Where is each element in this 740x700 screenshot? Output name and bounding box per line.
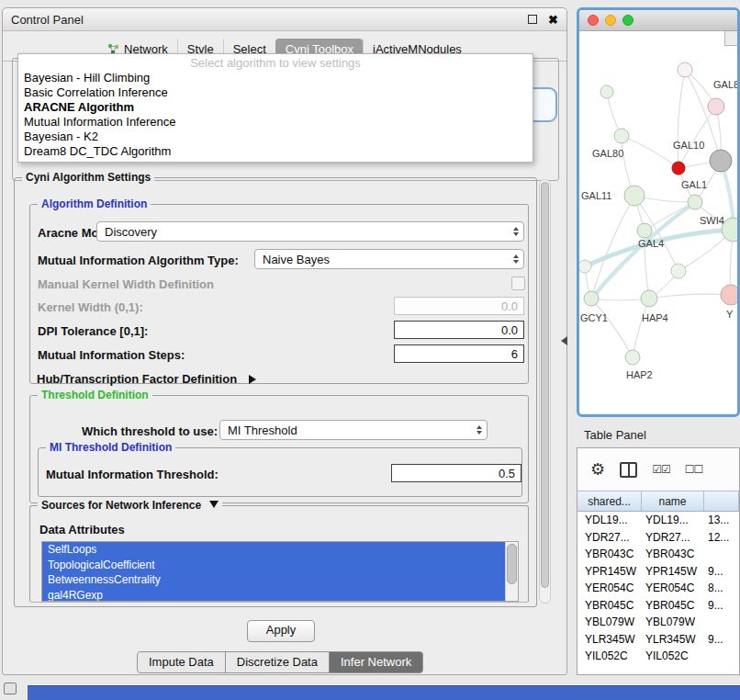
checked-boxes-icon[interactable]: ☑☑ [652, 463, 670, 476]
network-node-gal11[interactable] [624, 186, 645, 206]
apply-button[interactable]: Apply [247, 620, 315, 642]
panel-divider-arrow-icon[interactable] [561, 336, 567, 345]
zoom-traffic-light-icon[interactable] [622, 15, 633, 26]
data-attribute-item[interactable]: BetweennessCentrality [42, 572, 506, 588]
mi-steps-field[interactable] [394, 344, 524, 363]
table-cell [704, 614, 739, 631]
data-attributes-list[interactable]: SelfLoopsTopologicalCoefficientBetweenne… [41, 541, 519, 602]
data-attribute-item[interactable]: gal4RGexp [42, 588, 506, 603]
expanded-arrow-icon [209, 501, 219, 508]
column-header-extra[interactable] [704, 491, 739, 511]
data-attributes-label: Data Attributes [39, 523, 125, 536]
table-row[interactable]: YIL052CYIL052C [577, 648, 739, 665]
network-node-grayn[interactable] [710, 150, 732, 172]
list-scrollbar-thumb[interactable] [507, 544, 517, 584]
network-node-pinky[interactable] [721, 285, 737, 305]
aracne-mode-value: Discovery [105, 225, 157, 239]
network-node-gal80[interactable] [614, 129, 629, 143]
network-node-gcy1[interactable] [584, 291, 599, 306]
sources-group-title[interactable]: Sources for Network Inference [38, 499, 222, 512]
network-node-gal1[interactable] [688, 195, 702, 209]
table-cell: YLR345W [577, 631, 642, 649]
data-attribute-item[interactable]: SelfLoops [42, 542, 506, 558]
algorithm-option-list: Bayesian - Hill ClimbingBasic Correlatio… [18, 71, 533, 159]
list-scrollbar[interactable] [505, 542, 518, 601]
network-edge[interactable] [649, 294, 731, 299]
network-edge[interactable] [591, 299, 633, 357]
mi-threshold-field[interactable] [391, 464, 521, 482]
table-cell: 9... [704, 563, 739, 581]
settings-scrollbar[interactable] [539, 179, 551, 604]
algorithm-option-mutual-information-inference[interactable]: Mutual Information Inference [18, 115, 533, 130]
column-header-name[interactable]: name [642, 491, 704, 511]
docked-panel-icon[interactable] [4, 683, 17, 694]
table-row[interactable]: YBR045CYBR045C9... [577, 597, 739, 615]
algorithm-definition-group: Algorithm Definition Aracne Mode: Discov… [29, 204, 529, 384]
network-node-mid[interactable] [671, 264, 686, 278]
network-edge[interactable] [678, 70, 685, 168]
combo-stepper-icon [508, 250, 523, 268]
network-node-gal10[interactable] [672, 162, 685, 175]
table-row[interactable]: YBR043CYBR043C [577, 546, 739, 563]
hub-section-toggle[interactable]: Hub/Transcription Factor Definition [37, 372, 256, 386]
table-row[interactable]: YDR27...YDR27...12... [577, 529, 739, 547]
network-node-label: GAL1 [681, 179, 707, 190]
table-cell: YDR27... [642, 529, 704, 547]
kernel-width-field[interactable] [394, 297, 524, 315]
algorithm-option-bayesian-hill-climbing[interactable]: Bayesian - Hill Climbing [18, 71, 533, 85]
close-traffic-light-icon[interactable] [588, 15, 599, 26]
bottom-tab-discretize-data[interactable]: Discretize Data [225, 651, 330, 673]
table-row[interactable]: YDL19...YDL19...13... [577, 512, 739, 529]
table-cell: YDL19... [642, 512, 704, 529]
bottom-tab-infer-network[interactable]: Infer Network [329, 651, 423, 673]
table-row[interactable]: YLR345WYLR345W9... [577, 631, 739, 649]
algorithm-option-basic-correlation-inference[interactable]: Basic Correlation Inference [18, 85, 533, 100]
column-header-shared[interactable]: shared... [577, 491, 642, 511]
network-window-titlebar[interactable] [579, 10, 737, 31]
manual-kernel-checkbox[interactable] [511, 277, 525, 290]
algorithm-option-dream8-dc-tdc-algorithm[interactable]: Dream8 DC_TDC Algorithm [18, 144, 533, 159]
network-edge[interactable] [633, 299, 649, 357]
which-threshold-select[interactable]: MI Threshold [219, 420, 488, 440]
table-row[interactable]: YPR145WYPR145W9... [577, 563, 739, 581]
table-cell [704, 546, 739, 563]
algorithm-option-aracne-algorithm[interactable]: ARACNE Algorithm [18, 100, 533, 115]
background-window-edge[interactable] [28, 685, 740, 700]
network-edge[interactable] [591, 202, 695, 299]
table-row[interactable]: YBL079WYBL079W [577, 614, 739, 631]
dpi-tolerance-field[interactable] [394, 321, 524, 339]
network-node-hap2[interactable] [625, 350, 640, 365]
settings-scrollbar-thumb[interactable] [541, 182, 549, 588]
gear-icon[interactable]: ⚙ [590, 461, 605, 478]
float-window-icon[interactable] [528, 15, 537, 24]
columns-icon[interactable] [620, 462, 637, 478]
mi-type-select[interactable]: Naive Bayes [254, 249, 524, 269]
network-node-gal4[interactable] [637, 223, 652, 238]
table-row[interactable]: YER054CYER054C8... [577, 580, 739, 597]
data-attribute-item[interactable]: TopologicalCoefficient [42, 558, 506, 573]
network-node-n1[interactable] [600, 85, 613, 98]
table-cell: YBR045C [577, 597, 642, 615]
threshold-definition-title: Threshold Definition [38, 389, 152, 401]
table-cell: 8... [704, 580, 739, 597]
minimize-traffic-light-icon[interactable] [605, 15, 616, 26]
unchecked-boxes-icon[interactable]: ☐☐ [685, 463, 703, 476]
network-canvas[interactable]: GAL8GAL80GAL10GAL11GAL1SWI4GAL4GCY1HAP4Y… [579, 31, 737, 415]
aracne-mode-select[interactable]: Discovery [96, 221, 524, 242]
network-edge[interactable] [622, 136, 678, 168]
algorithm-option-bayesian-k2[interactable]: Bayesian - K2 [18, 130, 533, 144]
network-node-label: GAL11 [581, 190, 611, 201]
table-cell: YPR145W [577, 563, 642, 581]
which-threshold-value: MI Threshold [228, 423, 297, 437]
sources-title-text: Sources for Network Inference [41, 499, 201, 512]
network-node-n2[interactable] [678, 62, 692, 77]
table-cell: YBR043C [642, 546, 704, 563]
table-cell: YDL19... [577, 512, 642, 529]
bottom-tab-impute-data[interactable]: Impute Data [137, 651, 226, 673]
network-node-n3[interactable] [708, 98, 724, 115]
table-cell: YBL079W [577, 614, 642, 631]
network-node-hap4[interactable] [641, 290, 657, 307]
table-cell: 9... [704, 631, 739, 649]
network-node-leftlow[interactable] [579, 260, 591, 273]
close-icon[interactable]: ✖ [548, 14, 558, 26]
